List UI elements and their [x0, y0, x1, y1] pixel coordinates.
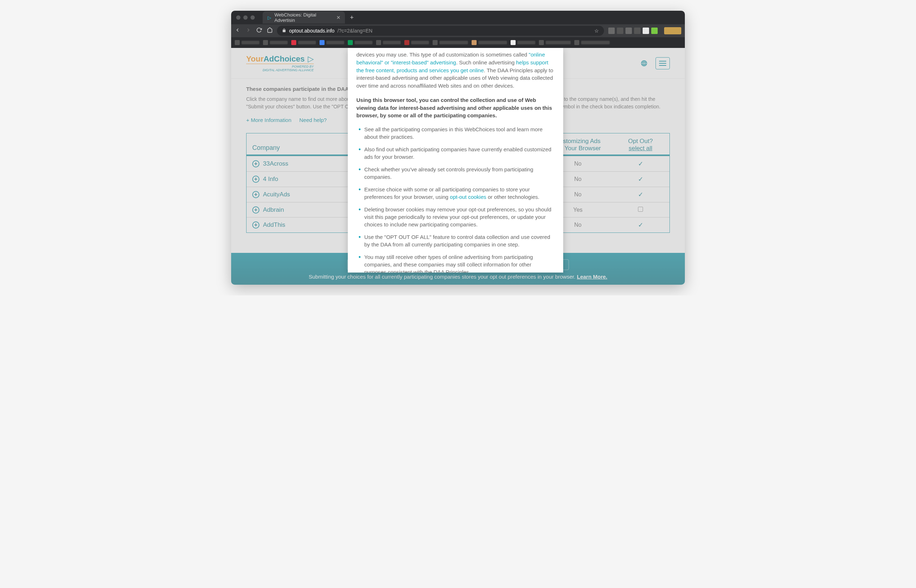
bullet-6: Use the "OPT OUT OF ALL" feature to cont…: [359, 231, 555, 251]
tab-title: WebChoices: Digital Advertisin: [274, 12, 333, 23]
bookmark-item[interactable]: [291, 40, 316, 45]
browser-tab[interactable]: ▷ WebChoices: Digital Advertisin ✕: [263, 11, 345, 24]
bookmarks-bar: [231, 37, 685, 48]
home-button[interactable]: [267, 27, 273, 34]
address-bar[interactable]: optout.aboutads.info/?c=2&lang=EN ☆: [277, 26, 604, 36]
bookmark-item[interactable]: [235, 40, 259, 45]
url-path: /?c=2&lang=EN: [337, 28, 372, 34]
browser-toolbar: optout.aboutads.info/?c=2&lang=EN ☆: [231, 24, 685, 37]
bullet-7: You may still receive other types of onl…: [359, 251, 555, 273]
new-tab-button[interactable]: +: [345, 14, 359, 21]
info-modal: devices you may use. This type of ad cus…: [348, 48, 563, 273]
extension-icon[interactable]: [625, 27, 632, 34]
back-button[interactable]: [235, 27, 240, 34]
bookmark-item[interactable]: [319, 40, 344, 45]
minimize-window-icon[interactable]: [243, 15, 248, 20]
lock-icon: [282, 28, 286, 34]
bullet-5: Deleting browser cookies may remove your…: [359, 203, 555, 231]
bookmark-item[interactable]: [376, 40, 401, 45]
opt-out-cookies-link[interactable]: opt-out cookies: [450, 194, 486, 200]
maximize-window-icon[interactable]: [251, 15, 255, 20]
extension-icon[interactable]: [634, 27, 641, 34]
bullet-4: Exercise choice with some or all partici…: [359, 183, 555, 203]
titlebar: ▷ WebChoices: Digital Advertisin ✕ +: [231, 11, 685, 24]
bookmark-star-icon[interactable]: ☆: [594, 28, 599, 34]
bullet-1: See all the participating companies in t…: [359, 123, 555, 143]
modal-p1: devices you may use. This type of ad cus…: [356, 51, 555, 90]
close-tab-icon[interactable]: ✕: [337, 15, 341, 20]
browser-window: ▷ WebChoices: Digital Advertisin ✕ +: [231, 11, 685, 285]
extensions: [608, 27, 658, 34]
modal-bold: Using this browser tool, you can control…: [356, 96, 555, 120]
page-viewport: YourAdChoices ▷ POWERED BY DIGITAL ADVER…: [231, 48, 685, 285]
bullet-2: Also find out which participating compan…: [359, 143, 555, 163]
extension-icon[interactable]: [608, 27, 615, 34]
bookmark-item[interactable]: [574, 40, 610, 45]
modal-bullets: See all the participating companies in t…: [359, 123, 555, 273]
traffic-lights: [231, 15, 260, 20]
bullet-3: Check whether you've already set control…: [359, 163, 555, 183]
profile-button[interactable]: [664, 27, 681, 34]
bookmark-item[interactable]: [539, 40, 571, 45]
tab-favicon-icon: ▷: [267, 15, 272, 20]
bookmark-item[interactable]: [348, 40, 372, 45]
reload-button[interactable]: [256, 27, 262, 34]
bookmark-item[interactable]: [404, 40, 429, 45]
extension-icon[interactable]: [617, 27, 623, 34]
extension-icon[interactable]: [651, 27, 658, 34]
bookmark-item[interactable]: [432, 40, 468, 45]
bookmark-item[interactable]: [472, 40, 507, 45]
forward-button[interactable]: [246, 27, 251, 34]
bookmark-item[interactable]: [511, 40, 535, 45]
extension-icon[interactable]: [642, 27, 649, 34]
bookmark-item[interactable]: [263, 40, 288, 45]
close-window-icon[interactable]: [236, 15, 240, 20]
url-host: optout.aboutads.info: [289, 28, 335, 34]
